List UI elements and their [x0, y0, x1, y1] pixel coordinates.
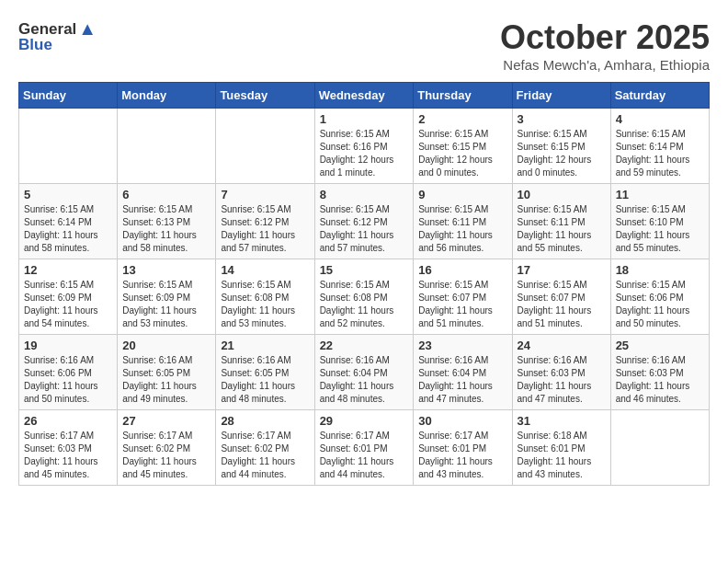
- day-number: 17: [518, 263, 606, 277]
- day-info: Sunrise: 6:15 AM Sunset: 6:15 PM Dayligh…: [418, 128, 506, 179]
- day-number: 8: [320, 188, 409, 201]
- day-info: Sunrise: 6:15 AM Sunset: 6:07 PM Dayligh…: [518, 279, 606, 330]
- day-number: 20: [122, 339, 210, 352]
- day-number: 2: [418, 112, 506, 126]
- calendar-table: SundayMondayTuesdayWednesdayThursdayFrid…: [18, 82, 710, 486]
- day-number: 14: [221, 263, 309, 277]
- day-info: Sunrise: 6:15 AM Sunset: 6:06 PM Dayligh…: [616, 279, 704, 330]
- day-info: Sunrise: 6:15 AM Sunset: 6:12 PM Dayligh…: [221, 203, 309, 255]
- day-number: 13: [122, 263, 210, 277]
- weekday-header-wednesday: Wednesday: [314, 83, 414, 109]
- calendar-cell: 22Sunrise: 6:16 AM Sunset: 6:04 PM Dayli…: [314, 335, 414, 410]
- day-info: Sunrise: 6:15 AM Sunset: 6:10 PM Dayligh…: [616, 203, 704, 255]
- day-info: Sunrise: 6:15 AM Sunset: 6:08 PM Dayligh…: [221, 279, 309, 330]
- calendar-cell: 26Sunrise: 6:17 AM Sunset: 6:03 PM Dayli…: [19, 410, 118, 486]
- calendar-cell: 3Sunrise: 6:15 AM Sunset: 6:15 PM Daylig…: [512, 109, 610, 184]
- calendar-cell: 21Sunrise: 6:16 AM Sunset: 6:05 PM Dayli…: [216, 335, 314, 410]
- calendar-week-4: 19Sunrise: 6:16 AM Sunset: 6:06 PM Dayli…: [19, 335, 710, 410]
- calendar-cell: 8Sunrise: 6:15 AM Sunset: 6:12 PM Daylig…: [314, 184, 414, 259]
- day-number: 30: [418, 414, 506, 428]
- day-info: Sunrise: 6:18 AM Sunset: 6:01 PM Dayligh…: [518, 430, 606, 481]
- calendar-cell: 10Sunrise: 6:15 AM Sunset: 6:11 PM Dayli…: [512, 184, 610, 259]
- calendar-week-3: 12Sunrise: 6:15 AM Sunset: 6:09 PM Dayli…: [19, 259, 710, 335]
- day-number: 25: [616, 339, 704, 352]
- calendar-cell: 12Sunrise: 6:15 AM Sunset: 6:09 PM Dayli…: [19, 259, 118, 335]
- calendar-cell: [610, 410, 709, 486]
- day-number: 15: [320, 263, 409, 277]
- day-info: Sunrise: 6:16 AM Sunset: 6:06 PM Dayligh…: [24, 354, 112, 406]
- day-info: Sunrise: 6:17 AM Sunset: 6:01 PM Dayligh…: [320, 430, 409, 481]
- calendar-cell: 28Sunrise: 6:17 AM Sunset: 6:02 PM Dayli…: [216, 410, 314, 486]
- day-number: 31: [518, 414, 606, 428]
- day-number: 3: [518, 112, 606, 126]
- day-info: Sunrise: 6:15 AM Sunset: 6:14 PM Dayligh…: [616, 128, 704, 179]
- day-info: Sunrise: 6:16 AM Sunset: 6:03 PM Dayligh…: [616, 354, 704, 406]
- day-info: Sunrise: 6:15 AM Sunset: 6:07 PM Dayligh…: [418, 279, 506, 330]
- day-number: 28: [221, 414, 309, 428]
- day-info: Sunrise: 6:16 AM Sunset: 6:05 PM Dayligh…: [122, 354, 210, 406]
- day-info: Sunrise: 6:17 AM Sunset: 6:01 PM Dayligh…: [418, 430, 506, 481]
- day-info: Sunrise: 6:15 AM Sunset: 6:11 PM Dayligh…: [518, 203, 606, 255]
- day-number: 10: [518, 188, 606, 201]
- day-number: 9: [418, 188, 506, 201]
- weekday-header-thursday: Thursday: [414, 83, 512, 109]
- calendar-cell: 19Sunrise: 6:16 AM Sunset: 6:06 PM Dayli…: [19, 335, 118, 410]
- calendar-cell: 24Sunrise: 6:16 AM Sunset: 6:03 PM Dayli…: [512, 335, 610, 410]
- logo-blue: Blue: [18, 36, 52, 54]
- calendar-cell: 6Sunrise: 6:15 AM Sunset: 6:13 PM Daylig…: [118, 184, 216, 259]
- day-number: 22: [320, 339, 409, 352]
- page-header: General ▲ Blue October 2025 Nefas Mewch'…: [18, 18, 710, 73]
- day-number: 11: [616, 188, 704, 201]
- logo-bird-icon: ▲: [78, 18, 97, 40]
- calendar-week-1: 1Sunrise: 6:15 AM Sunset: 6:16 PM Daylig…: [19, 109, 710, 184]
- weekday-header-sunday: Sunday: [19, 83, 118, 109]
- calendar-cell: 18Sunrise: 6:15 AM Sunset: 6:06 PM Dayli…: [610, 259, 709, 335]
- month-title: October 2025: [500, 18, 710, 57]
- day-number: 27: [122, 414, 210, 428]
- day-info: Sunrise: 6:15 AM Sunset: 6:12 PM Dayligh…: [320, 203, 409, 255]
- calendar-cell: 15Sunrise: 6:15 AM Sunset: 6:08 PM Dayli…: [314, 259, 414, 335]
- calendar-cell: 5Sunrise: 6:15 AM Sunset: 6:14 PM Daylig…: [19, 184, 118, 259]
- day-info: Sunrise: 6:15 AM Sunset: 6:13 PM Dayligh…: [122, 203, 210, 255]
- title-section: October 2025 Nefas Mewch'a, Amhara, Ethi…: [500, 18, 710, 73]
- day-number: 24: [518, 339, 606, 352]
- day-info: Sunrise: 6:16 AM Sunset: 6:03 PM Dayligh…: [518, 354, 606, 406]
- calendar-cell: [19, 109, 118, 184]
- calendar-cell: [216, 109, 314, 184]
- calendar-cell: 17Sunrise: 6:15 AM Sunset: 6:07 PM Dayli…: [512, 259, 610, 335]
- day-number: 12: [24, 263, 112, 277]
- calendar-week-2: 5Sunrise: 6:15 AM Sunset: 6:14 PM Daylig…: [19, 184, 710, 259]
- calendar-cell: 11Sunrise: 6:15 AM Sunset: 6:10 PM Dayli…: [610, 184, 709, 259]
- day-info: Sunrise: 6:17 AM Sunset: 6:02 PM Dayligh…: [122, 430, 210, 481]
- day-info: Sunrise: 6:16 AM Sunset: 6:04 PM Dayligh…: [320, 354, 409, 406]
- day-number: 4: [616, 112, 704, 126]
- day-number: 29: [320, 414, 409, 428]
- calendar-cell: 9Sunrise: 6:15 AM Sunset: 6:11 PM Daylig…: [414, 184, 512, 259]
- weekday-header-tuesday: Tuesday: [216, 83, 314, 109]
- day-info: Sunrise: 6:15 AM Sunset: 6:08 PM Dayligh…: [320, 279, 409, 330]
- day-info: Sunrise: 6:15 AM Sunset: 6:11 PM Dayligh…: [418, 203, 506, 255]
- calendar-cell: 1Sunrise: 6:15 AM Sunset: 6:16 PM Daylig…: [314, 109, 414, 184]
- location-subtitle: Nefas Mewch'a, Amhara, Ethiopia: [500, 57, 710, 73]
- day-number: 18: [616, 263, 704, 277]
- day-info: Sunrise: 6:15 AM Sunset: 6:09 PM Dayligh…: [24, 279, 112, 330]
- logo: General ▲ Blue: [18, 18, 97, 54]
- day-info: Sunrise: 6:15 AM Sunset: 6:16 PM Dayligh…: [320, 128, 409, 179]
- day-info: Sunrise: 6:16 AM Sunset: 6:04 PM Dayligh…: [418, 354, 506, 406]
- day-number: 5: [24, 188, 112, 201]
- calendar-cell: [118, 109, 216, 184]
- day-info: Sunrise: 6:16 AM Sunset: 6:05 PM Dayligh…: [221, 354, 309, 406]
- weekday-header-saturday: Saturday: [610, 83, 709, 109]
- calendar-cell: 4Sunrise: 6:15 AM Sunset: 6:14 PM Daylig…: [610, 109, 709, 184]
- day-info: Sunrise: 6:17 AM Sunset: 6:02 PM Dayligh…: [221, 430, 309, 481]
- calendar-cell: 29Sunrise: 6:17 AM Sunset: 6:01 PM Dayli…: [314, 410, 414, 486]
- calendar-cell: 7Sunrise: 6:15 AM Sunset: 6:12 PM Daylig…: [216, 184, 314, 259]
- calendar-cell: 2Sunrise: 6:15 AM Sunset: 6:15 PM Daylig…: [414, 109, 512, 184]
- calendar-cell: 27Sunrise: 6:17 AM Sunset: 6:02 PM Dayli…: [118, 410, 216, 486]
- weekday-header-friday: Friday: [512, 83, 610, 109]
- day-number: 1: [320, 112, 409, 126]
- weekday-header-monday: Monday: [118, 83, 216, 109]
- day-number: 26: [24, 414, 112, 428]
- calendar-cell: 31Sunrise: 6:18 AM Sunset: 6:01 PM Dayli…: [512, 410, 610, 486]
- day-info: Sunrise: 6:15 AM Sunset: 6:15 PM Dayligh…: [518, 128, 606, 179]
